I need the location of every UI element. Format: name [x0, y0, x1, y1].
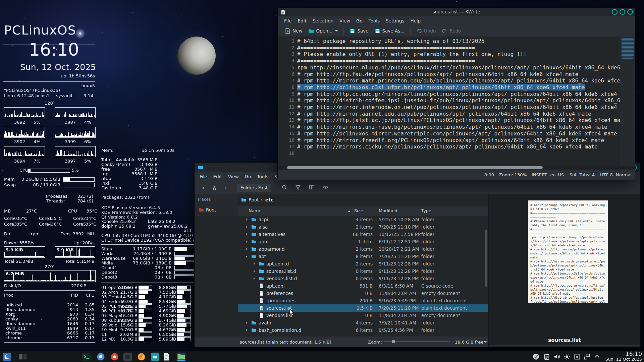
digital-clock[interactable]: 16:10 Sun, 12 Oct 2025: [605, 352, 642, 362]
code-line[interactable]: # rpm http://ftp.fau.de/pclinuxos/pclinu…: [297, 71, 635, 78]
folders-first-button[interactable]: Folders First: [237, 184, 271, 192]
menu-tools[interactable]: Tools: [254, 173, 271, 181]
menu-edit[interactable]: Edit: [210, 173, 225, 181]
expand-arrow-icon[interactable]: [254, 277, 255, 280]
file-row-apt.conf.d[interactable]: apt.conf.d2 items9/11/23 12:28 PMfolder: [238, 260, 488, 267]
expand-arrow-icon[interactable]: [246, 240, 248, 243]
network-icon[interactable]: [584, 353, 590, 361]
column-header-size[interactable]: Size: [354, 208, 363, 213]
app-menu-icon[interactable]: [3, 353, 11, 361]
volume-icon[interactable]: [553, 353, 560, 361]
column-header-modified[interactable]: Modified: [379, 208, 397, 213]
file-row-sources.list.d[interactable]: sources.list.d0 items9/11/23 12:28 PMfol…: [238, 267, 488, 275]
menu-edit[interactable]: Edit: [295, 17, 310, 25]
file-row-vendors.list[interactable]: vendors.list0 B11/8/04 2:04 AMempty docu…: [238, 312, 488, 319]
newbutton[interactable]: New: [282, 27, 305, 35]
code-line[interactable]: # rpm http://pclinuxos.c3sl.ufpr.br/pcli…: [297, 84, 635, 91]
file-row-preferences[interactable]: preferences0 B11/8/04 2:04 AMempty docum…: [238, 290, 488, 297]
dark-app-launcher-icon[interactable]: [123, 353, 132, 361]
menu-file[interactable]: File: [281, 17, 295, 25]
menu-help[interactable]: Help: [407, 17, 424, 25]
terminal-launcher-icon[interactable]: [82, 353, 91, 361]
editor-area[interactable]: 123456789101112131415161718 # 64bit pack…: [278, 37, 635, 166]
code-line[interactable]: # rpm http://pclinuxos.mirror.wearetripl…: [297, 130, 635, 137]
code-line[interactable]: # rpm http://mirror.math.princeton.edu/p…: [297, 77, 635, 84]
code-line[interactable]: # rpm http://ftp.jaist.ac.jp/pub/Linux/P…: [297, 117, 635, 124]
expand-arrow-icon[interactable]: [246, 233, 248, 236]
expand-arrow-icon[interactable]: [246, 218, 248, 221]
column-header-type[interactable]: Type: [421, 208, 431, 213]
scrollbar-minimap[interactable]: [620, 37, 635, 166]
horizontal-scrollbar[interactable]: [278, 166, 635, 170]
expand-arrow-icon[interactable]: [254, 270, 255, 273]
split-view-button[interactable]: [307, 184, 317, 191]
close-button[interactable]: [627, 9, 633, 15]
kwrite-titlebar[interactable]: sources.list — KWrite: [278, 8, 635, 17]
teal-app-launcher-icon[interactable]: [151, 353, 159, 361]
file-row-vendors.list.d[interactable]: vendors.list.d0 items9/11/23 12:28 PMfol…: [238, 275, 488, 282]
menu-selection[interactable]: Selection: [310, 17, 336, 25]
preview-button[interactable]: [320, 184, 331, 191]
up-button[interactable]: ∧: [210, 184, 219, 191]
search-button[interactable]: [279, 184, 289, 191]
zoom-level[interactable]: Zoom: 130%: [499, 172, 527, 177]
code-line[interactable]: # rpm http://mirror.aarnet.edu.au/pub/pc…: [297, 111, 635, 117]
chevron-down-icon[interactable]: [484, 341, 487, 343]
file-row-alternatives[interactable]: alternatives66 items10/12/25 12:58 PMfol…: [238, 231, 488, 238]
file-row-apt[interactable]: apt8 items7/20/25 11:20 PMfolder: [238, 253, 488, 260]
menu-file[interactable]: File: [197, 173, 210, 181]
document-task-icon[interactable]: [162, 353, 171, 361]
menu-tools[interactable]: Tools: [366, 17, 383, 25]
code-line[interactable]: # Please enable only ONE (1) entry, pref…: [297, 51, 635, 58]
brightness-icon[interactable]: [564, 353, 570, 361]
code-line[interactable]: # rpm http://mirror.internode.on.net/pub…: [297, 104, 635, 111]
dictionary-language[interactable]: en_US: [550, 172, 564, 177]
file-list-scrollbar[interactable]: [485, 230, 487, 287]
filemanager-task-icon[interactable]: [177, 353, 185, 361]
code-line[interactable]: # rpm http://mirror.freedif.org/PCLinuxO…: [297, 137, 635, 144]
code-line[interactable]: #=======================================…: [297, 45, 635, 51]
menu-view[interactable]: View: [336, 17, 353, 25]
breadcrumb-root[interactable]: Root: [249, 197, 259, 202]
file-row-apparmor.d[interactable]: apparmor.d2 items10/20/17 2:21 AMfolder: [238, 245, 488, 253]
collapse-arrow-icon[interactable]: [245, 256, 248, 257]
file-row-apm[interactable]: apm1 item6/11/12 12:51 PMfolder: [238, 238, 488, 245]
editor-text[interactable]: # 64bit package repository URL's, workin…: [297, 38, 635, 157]
zoom-slider-handle[interactable]: [392, 340, 395, 343]
file-row-acpi[interactable]: acpi4 items5/22/13 10:28 AMfolder: [238, 216, 488, 223]
updates-check-icon[interactable]: [533, 353, 539, 361]
filter-button[interactable]: [293, 184, 303, 191]
breadcrumb-current[interactable]: etc: [265, 197, 273, 202]
clipboard-icon[interactable]: [543, 353, 550, 361]
menu-go[interactable]: Go: [353, 17, 366, 25]
red-app-launcher-icon[interactable]: [110, 353, 119, 361]
highlight-mode[interactable]: Normal: [616, 172, 632, 177]
code-line[interactable]: # 64bit package repository URL's, workin…: [297, 38, 635, 45]
code-line[interactable]: # rpm http://mirrors.uni-ruse.bg/pclinux…: [297, 124, 635, 130]
minimize-button[interactable]: [612, 9, 618, 15]
expand-arrow-icon[interactable]: [246, 329, 248, 331]
file-row-rpmpriorities[interactable]: rpmpriorities200 B9/16/23 5:49 PMplain t…: [238, 297, 488, 304]
maximize-button[interactable]: [620, 9, 625, 15]
pager-icon[interactable]: [19, 353, 27, 361]
file-row-bash_completion.d[interactable]: bash_completion.d6 items9/5/25 4:56 PMfo…: [238, 326, 488, 334]
redobutton[interactable]: Redo: [439, 27, 463, 35]
cursor-position[interactable]: 8:90: [484, 172, 494, 177]
file-row-alsa[interactable]: alsa2 items7/20/25 11:10 PMfolder: [238, 223, 488, 231]
tab-mode[interactable]: Soft Tabs: 4: [570, 172, 595, 177]
expand-arrow-icon[interactable]: [254, 262, 255, 265]
file-row-sources.list[interactable]: sources.list1.5 KiB7/20/25 11:20 PMplain…: [238, 304, 488, 312]
code-line[interactable]: #=======================================…: [297, 58, 635, 64]
code-line[interactable]: # rpm http://ftp.cc.uoc.gr/mirrors/linux…: [297, 91, 635, 98]
menu-settings[interactable]: Settings: [383, 17, 407, 25]
back-button[interactable]: ‹: [200, 184, 207, 191]
places-item-root[interactable]: Root: [195, 206, 238, 214]
expand-arrow-icon[interactable]: [246, 321, 248, 324]
file-row-avahi[interactable]: avahi4 items7/9/21 10:41 AMfolder: [238, 319, 488, 326]
code-line[interactable]: # rpm http://mirrors.cicku.me/pclinuxos/…: [297, 143, 635, 150]
expand-arrow-icon[interactable]: [246, 226, 248, 228]
open-button[interactable]: Open...: [306, 27, 340, 35]
file-row-apt.conf[interactable]: Capt.conf531 B6/3/11 6:50 AMC source cod…: [238, 282, 488, 290]
expand-arrow-icon[interactable]: [246, 248, 248, 250]
expand-tray-icon[interactable]: [594, 353, 600, 361]
